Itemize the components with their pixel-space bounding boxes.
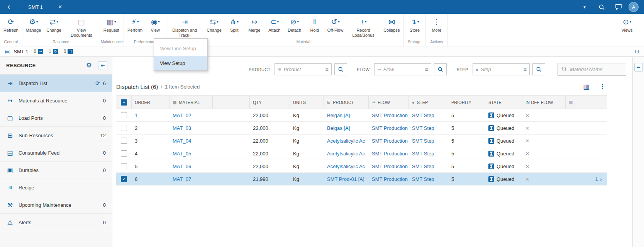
- sidebar-item-consumable-feed[interactable]: ▤Consumable Feed0: [0, 144, 112, 162]
- column-header-order[interactable]: ORDER: [132, 96, 169, 109]
- cell-step-link[interactable]: SMT Step: [412, 112, 434, 118]
- sidebar-item-recipe[interactable]: ≡Recipe: [0, 179, 112, 196]
- sidebar-item-alerts[interactable]: ⚠Alerts0: [0, 214, 112, 231]
- column-header-qty[interactable]: QTY: [250, 96, 290, 109]
- cell-product-link[interactable]: Belgas [A]: [327, 125, 350, 131]
- cell-step-link[interactable]: SMT Step: [412, 176, 434, 182]
- back-chevron-icon[interactable]: ‹: [0, 0, 18, 14]
- hold-button[interactable]: ‖Hold: [305, 16, 325, 34]
- material-search-box[interactable]: [558, 63, 626, 76]
- column-header-in-off-flow[interactable]: IN OFF-FLOW: [522, 96, 566, 109]
- column-settings-icon[interactable]: ▥: [583, 83, 589, 91]
- cell-flow-link[interactable]: SMT Production: [372, 164, 408, 169]
- sidebar-item-upcoming-maintenance[interactable]: ⚒Upcoming Maintenance0: [0, 196, 112, 214]
- cell-material-link[interactable]: MAT_02: [173, 112, 191, 118]
- perform-button[interactable]: ⚡▾Perform: [125, 16, 145, 34]
- column-header-material[interactable]: ▦MATERIAL: [169, 96, 213, 109]
- column-header-product[interactable]: ⊞PRODUCT: [324, 96, 369, 109]
- row-checkbox[interactable]: [121, 112, 127, 118]
- row-checkbox[interactable]: ✓: [121, 176, 127, 182]
- flow-search-button[interactable]: [434, 63, 447, 75]
- view-button[interactable]: ◉▾View: [145, 16, 165, 34]
- more-button[interactable]: ⋮More: [427, 16, 447, 34]
- step-filter-box[interactable]: ● ≡: [473, 63, 530, 75]
- cell-step-link[interactable]: SMT Step: [412, 125, 434, 131]
- store-button[interactable]: ↴▾Store: [405, 16, 425, 34]
- cell-flow-link[interactable]: SMT Production: [372, 112, 408, 118]
- row-checkbox[interactable]: [121, 163, 127, 169]
- change-resource-button[interactable]: ⇄▾Change: [44, 16, 64, 34]
- row-checkbox[interactable]: [121, 150, 127, 157]
- product-filter-options-icon[interactable]: ≡: [325, 66, 328, 73]
- cell-product-link[interactable]: Acetylsalicylic Ac: [327, 138, 365, 144]
- context-panel-icon[interactable]: ⊡: [635, 48, 639, 55]
- search-icon[interactable]: [593, 4, 610, 10]
- cell-material-link[interactable]: MAT_06: [173, 164, 191, 169]
- cell-flow-link[interactable]: SMT Production: [372, 138, 408, 144]
- dispatch-row-3[interactable]: 3MAT_0422,000KgAcetylsalicylic AcSMT Pro…: [116, 135, 607, 147]
- row-checkbox[interactable]: [121, 125, 127, 131]
- collapse-button[interactable]: ⋈Collapse: [381, 16, 403, 34]
- menu-item-view-setup[interactable]: View Setup: [154, 56, 207, 70]
- sidebar-item-durables[interactable]: ▣Durables0: [0, 162, 112, 179]
- step-filter-options-icon[interactable]: ≡: [524, 66, 527, 73]
- split-button[interactable]: ⋔▾Split: [224, 16, 244, 34]
- cell-material-link[interactable]: MAT_03: [173, 125, 191, 131]
- chat-icon[interactable]: [610, 4, 627, 10]
- view-documents-button[interactable]: ▤View Documents: [64, 16, 99, 38]
- more-options-icon[interactable]: ⋮: [599, 83, 606, 91]
- dispatch-row-5[interactable]: 5MAT_0622,000KgAcetylsalicylic AcSMT Pro…: [116, 160, 607, 173]
- cell-flow-link[interactable]: SMT Production: [372, 151, 408, 157]
- flow-filter-options-icon[interactable]: ≡: [425, 66, 428, 73]
- cell-material-link[interactable]: MAT_05: [173, 151, 191, 157]
- refresh-button[interactable]: ⟳Refresh: [1, 16, 21, 34]
- topbar-dropdown-icon[interactable]: ▾: [576, 5, 593, 10]
- sidebar-item-materials-at-resource[interactable]: ↦Materials at Resource0: [0, 92, 112, 109]
- column-header-extra[interactable]: [213, 96, 250, 109]
- off-flow-button[interactable]: ↺▾Off-Flow: [325, 16, 346, 34]
- column-header-flow[interactable]: ⇝FLOW: [369, 96, 409, 109]
- avatar[interactable]: A: [629, 2, 639, 12]
- expand-right-panel-icon[interactable]: ⇤: [634, 63, 643, 72]
- column-header-priority[interactable]: PRIORITY: [448, 96, 485, 109]
- cell-product-link[interactable]: Acetylsalicylic Ac: [327, 151, 365, 157]
- cell-product-link[interactable]: Belgas [A]: [327, 112, 350, 118]
- product-search-button[interactable]: [334, 63, 347, 75]
- cell-product-link[interactable]: SMT Prod-01 [A]: [327, 176, 364, 182]
- material-name-input[interactable]: [570, 66, 622, 72]
- collapse-sidebar-icon[interactable]: ⇤: [98, 61, 107, 70]
- views-button[interactable]: ⊙ ▾ Views: [617, 16, 637, 34]
- change-material-button[interactable]: ⇆▾Change: [204, 16, 224, 34]
- flow-filter-box[interactable]: ⇝ ≡: [374, 63, 431, 75]
- detail-link[interactable]: 1›: [595, 176, 602, 182]
- merge-button[interactable]: ↣Merge: [244, 16, 264, 34]
- cell-step-link[interactable]: SMT Step: [412, 138, 434, 144]
- cell-step-link[interactable]: SMT Step: [412, 151, 434, 157]
- dispatch-row-6[interactable]: ✓6MAT_0721,990KgSMT Prod-01 [A]SMT Produ…: [116, 173, 607, 186]
- step-search-button[interactable]: [532, 63, 545, 75]
- column-header-step[interactable]: ●STEP: [409, 96, 448, 109]
- cell-material-link[interactable]: MAT_07: [173, 176, 191, 182]
- cell-material-link[interactable]: MAT_04: [173, 138, 191, 144]
- refresh-count-icon[interactable]: ⟳: [95, 80, 100, 86]
- column-header-state[interactable]: STATE: [485, 96, 522, 109]
- select-all-checkbox[interactable]: –: [121, 99, 127, 106]
- tab-smt-1[interactable]: SMT 1 ×: [18, 0, 68, 14]
- detach-button[interactable]: ⊘▾Detach: [285, 16, 305, 34]
- dispatch-row-2[interactable]: 2MAT_0322,000KgBelgas [A]SMT ProductionS…: [116, 122, 607, 135]
- cell-flow-link[interactable]: SMT Production: [372, 176, 408, 182]
- cell-flow-link[interactable]: SMT Production: [372, 125, 408, 131]
- select-all-header[interactable]: –: [116, 96, 132, 109]
- gear-icon[interactable]: ⚙: [86, 61, 92, 70]
- request-button[interactable]: ▦▾Request: [101, 16, 122, 34]
- dispatch-row-1[interactable]: 1MAT_0222,000KgBelgas [A]SMT ProductionS…: [116, 109, 607, 122]
- product-input[interactable]: [284, 66, 323, 72]
- record-loss-bonus-button[interactable]: ±▾Record Loss/Bonus: [346, 16, 381, 38]
- sidebar-item-load-ports[interactable]: ▢Load Ports0: [0, 109, 112, 127]
- dispatch-and-track-button[interactable]: ⇥Dispatch and Track-: [167, 16, 202, 38]
- flow-input[interactable]: [383, 66, 423, 72]
- column-header-units[interactable]: UNITS: [290, 96, 324, 109]
- row-checkbox[interactable]: [121, 138, 127, 144]
- sidebar-item-sub-resources[interactable]: ⊞Sub-Resources12: [0, 127, 112, 144]
- manage-button[interactable]: ⚙▾Manage: [23, 16, 44, 34]
